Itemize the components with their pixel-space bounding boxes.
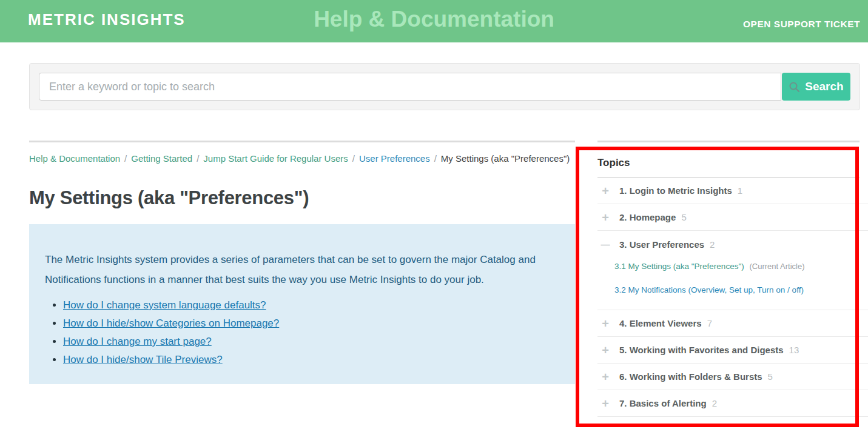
breadcrumb-getting-started[interactable]: Getting Started bbox=[131, 153, 203, 164]
topic-count: 5 bbox=[681, 212, 686, 222]
topic-label[interactable]: 7. Basics of Alerting bbox=[619, 398, 707, 408]
list-item: How do I hide/show Categories on Homepag… bbox=[63, 318, 557, 329]
search-button[interactable]: Search bbox=[782, 73, 850, 101]
topic-row-login[interactable]: 1. Login to Metric Insights 1 bbox=[597, 178, 868, 204]
search-button-label: Search bbox=[805, 80, 843, 93]
link-change-start-page[interactable]: How do I change my start page? bbox=[63, 336, 212, 347]
topic-label[interactable]: 3. User Preferences bbox=[619, 239, 704, 250]
breadcrumb-current-page: My Settings (aka "Preferences") bbox=[441, 153, 570, 164]
list-item: How do I change my start page? bbox=[63, 336, 557, 347]
link-change-language-defaults[interactable]: How do I change system language defaults… bbox=[63, 299, 266, 311]
page-title-header: Help & Documentation bbox=[0, 7, 868, 32]
search-bar-container: Search bbox=[29, 63, 860, 110]
content-divider bbox=[29, 141, 575, 142]
plus-icon[interactable] bbox=[601, 213, 610, 222]
plus-icon[interactable] bbox=[601, 372, 610, 382]
breadcrumb-user-preferences[interactable]: User Preferences bbox=[359, 153, 441, 164]
topic-row-basics-alerting[interactable]: 7. Basics of Alerting 2 bbox=[597, 390, 868, 417]
topics-heading: Topics bbox=[597, 157, 860, 178]
sidebar-divider bbox=[597, 141, 860, 142]
magnifier-icon bbox=[789, 81, 800, 93]
list-item: How do I change system language defaults… bbox=[63, 300, 557, 311]
plus-icon[interactable] bbox=[601, 319, 610, 328]
topic-count: 2 bbox=[712, 398, 717, 408]
topic-label[interactable]: 1. Login to Metric Insights bbox=[619, 185, 732, 196]
topic-child-my-notifications: 3.2 My Notifications (Overview, Set up, … bbox=[614, 285, 868, 294]
minus-icon[interactable] bbox=[601, 239, 610, 250]
breadcrumb-jump-start-guide[interactable]: Jump Start Guide for Regular Users bbox=[203, 153, 359, 164]
topic-count: 7 bbox=[707, 318, 712, 328]
main-content-column: Help & DocumentationGetting StartedJump … bbox=[29, 141, 575, 384]
topic-count: 5 bbox=[768, 371, 773, 382]
topic-label[interactable]: 4. Element Viewers bbox=[619, 318, 702, 328]
breadcrumb: Help & DocumentationGetting StartedJump … bbox=[29, 152, 575, 165]
app-header: METRIC INSIGHTS Help & Documentation OPE… bbox=[0, 0, 868, 42]
article-title: My Settings (aka "Preferences") bbox=[29, 187, 575, 209]
list-item: How do I hide/show Tile Previews? bbox=[63, 354, 557, 365]
article-link-list: How do I change system language defaults… bbox=[45, 300, 557, 365]
topic-children: 3.1 My Settings (aka "Preferences") (Cur… bbox=[614, 262, 868, 294]
topic-label[interactable]: 2. Homepage bbox=[619, 212, 676, 222]
topic-label[interactable]: 6. Working with Folders & Bursts bbox=[619, 371, 762, 382]
topic-row-header[interactable]: 3. User Preferences 2 bbox=[597, 239, 868, 250]
topic-row-folders-bursts[interactable]: 6. Working with Folders & Bursts 5 bbox=[597, 364, 868, 390]
plus-icon[interactable] bbox=[601, 399, 610, 408]
child-link-my-settings[interactable]: 3.1 My Settings (aka "Preferences") bbox=[614, 262, 744, 271]
topic-label[interactable]: 5. Working with Favorites and Digests bbox=[619, 345, 784, 355]
topic-row-element-viewers[interactable]: 4. Element Viewers 7 bbox=[597, 310, 868, 337]
page: METRIC INSIGHTS Help & Documentation OPE… bbox=[0, 0, 868, 432]
topic-count: 2 bbox=[710, 239, 715, 250]
topic-count: 1 bbox=[738, 185, 742, 196]
article-intro-box: The Metric Insights system provides a se… bbox=[29, 224, 575, 384]
topic-row-homepage[interactable]: 2. Homepage 5 bbox=[597, 204, 868, 231]
topic-row-favorites-digests[interactable]: 5. Working with Favorites and Digests 13 bbox=[597, 337, 868, 364]
breadcrumb-help-documentation[interactable]: Help & Documentation bbox=[29, 153, 131, 164]
child-link-my-notifications[interactable]: 3.2 My Notifications (Overview, Set up, … bbox=[614, 285, 804, 294]
topic-child-my-settings: 3.1 My Settings (aka "Preferences") (Cur… bbox=[614, 262, 868, 271]
article-intro-text: The Metric Insights system provides a se… bbox=[45, 250, 557, 290]
current-article-badge: (Current Article) bbox=[749, 262, 804, 271]
plus-icon[interactable] bbox=[601, 345, 610, 355]
plus-icon[interactable] bbox=[601, 186, 610, 196]
link-hide-show-categories[interactable]: How do I hide/show Categories on Homepag… bbox=[63, 317, 279, 329]
search-input[interactable] bbox=[39, 73, 781, 101]
topics-sidebar: Topics 1. Login to Metric Insights 1 2. … bbox=[597, 141, 868, 417]
topic-count: 13 bbox=[789, 345, 799, 355]
open-support-ticket-link[interactable]: OPEN SUPPORT TICKET bbox=[743, 19, 860, 30]
topic-row-user-preferences[interactable]: 3. User Preferences 2 3.1 My Settings (a… bbox=[597, 231, 868, 310]
link-hide-show-tile-previews[interactable]: How do I hide/show Tile Previews? bbox=[63, 354, 223, 365]
